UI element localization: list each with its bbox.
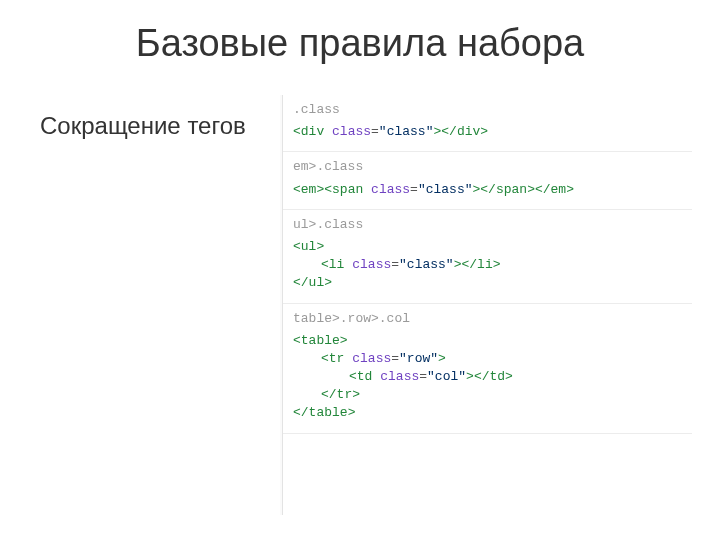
code-group: ul>.class<ul><li class="class"></li></ul… — [283, 210, 692, 304]
expansion: <table><tr class="row"><td class="col"><… — [293, 332, 682, 423]
code-line: <table> — [293, 332, 682, 350]
abbreviation: table>.row>.col — [293, 310, 682, 328]
abbreviation: ul>.class — [293, 216, 682, 234]
slide-subtitle: Сокращение тегов — [40, 112, 246, 140]
abbreviation: em>.class — [293, 158, 682, 176]
expansion: <ul><li class="class"></li></ul> — [293, 238, 682, 293]
abbreviation: .class — [293, 101, 682, 119]
code-group: em>.class<em><span class="class"></span>… — [283, 152, 692, 209]
code-line: <ul> — [293, 238, 682, 256]
slide-title: Базовые правила набора — [0, 22, 720, 65]
code-line: <li class="class"></li> — [293, 256, 682, 274]
code-group: table>.row>.col<table><tr class="row"><t… — [283, 304, 692, 434]
code-line: <em><span class="class"></span></em> — [293, 181, 682, 199]
code-line: </ul> — [293, 274, 682, 292]
code-panel: .class<div class="class"></div>em>.class… — [282, 95, 692, 515]
expansion: <em><span class="class"></span></em> — [293, 181, 682, 199]
code-line: <tr class="row"> — [293, 350, 682, 368]
code-line: </table> — [293, 404, 682, 422]
code-line: <td class="col"></td> — [293, 368, 682, 386]
expansion: <div class="class"></div> — [293, 123, 682, 141]
code-line: </tr> — [293, 386, 682, 404]
code-group: .class<div class="class"></div> — [283, 95, 692, 152]
code-line: <div class="class"></div> — [293, 123, 682, 141]
slide: Базовые правила набора Сокращение тегов … — [0, 0, 720, 540]
